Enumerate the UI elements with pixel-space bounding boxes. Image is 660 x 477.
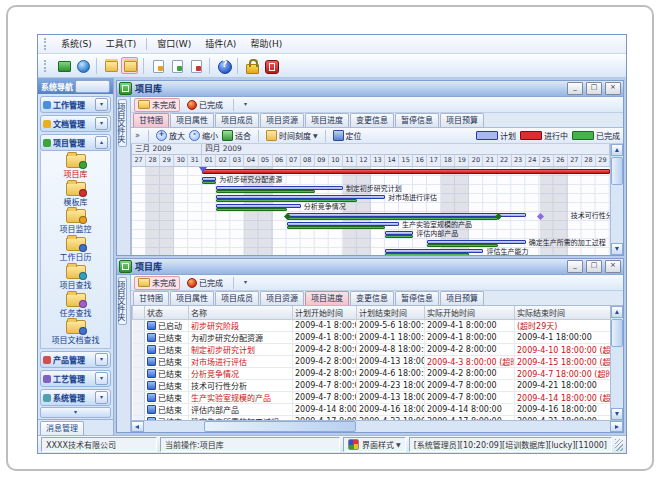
menu-item[interactable]: 工具(T): [99, 36, 144, 53]
sidebar-group-work[interactable]: 工作管理▾: [40, 96, 111, 113]
gantt-bar-inprogress[interactable]: [202, 169, 610, 174]
sidebar-item-template-library[interactable]: 模板库: [64, 182, 88, 207]
table-row[interactable]: 已结束评估内部产品2009-4-14 8:00:002009-4-16 18:0…: [133, 403, 611, 415]
menu-item[interactable]: 窗口(W): [150, 36, 198, 53]
gantt-bar-done[interactable]: [385, 235, 413, 238]
scroll-track[interactable]: [611, 348, 623, 408]
column-header[interactable]: 名称: [189, 306, 293, 319]
gantt-bar-done[interactable]: [427, 244, 497, 247]
filter-more-icon[interactable]: ▾: [240, 277, 251, 288]
gantt-bar-done[interactable]: [287, 226, 385, 229]
scroll-down-arrow[interactable]: [611, 243, 623, 255]
gantt-bar-done[interactable]: [216, 208, 286, 211]
gantt-bar-done[interactable]: [216, 190, 314, 193]
sidebar-group-product[interactable]: 产品管理▾: [40, 351, 111, 368]
gantt-bar-done[interactable]: [287, 217, 498, 220]
gantt-chart-body[interactable]: 为初步研究分配资源制定初步研究计划对市场进行评估分析竞争情况技术可行性分析生产实…: [132, 167, 610, 255]
tab-项目进度[interactable]: 项目进度: [305, 291, 349, 305]
scroll-thumb[interactable]: [611, 157, 623, 185]
tool-locate-button[interactable]: 定位: [333, 130, 362, 141]
tab-变更信息[interactable]: 变更信息: [350, 113, 394, 127]
table-row[interactable]: 已结束为初步研究分配资源2009-4-1 8:00:002009-4-1 18:…: [133, 331, 611, 343]
scroll-down-arrow[interactable]: [611, 408, 623, 420]
sidebar-item-work-calendar[interactable]: 工作日历: [60, 237, 92, 262]
tab-项目预算[interactable]: 项目预算: [440, 113, 484, 127]
table-row[interactable]: 已结束生产实验室规模的产品2009-4-7 8:00:002009-4-13 1…: [133, 391, 611, 403]
exit-icon[interactable]: [262, 57, 279, 74]
connect-icon[interactable]: [55, 57, 72, 74]
sidebar-item-project-monitor[interactable]: 项目监控: [60, 209, 92, 234]
report-icon[interactable]: [149, 57, 166, 74]
maximize-button[interactable]: □: [586, 260, 602, 273]
tab-暂停信息[interactable]: 暂停信息: [395, 291, 439, 305]
interface-style-button[interactable]: 界面样式 ▼: [343, 437, 406, 452]
table-vertical-scrollbar[interactable]: [610, 306, 623, 420]
table-row[interactable]: 已启动初步研究阶段2009-4-1 8:00:002009-5-6 18:00:…: [133, 319, 611, 331]
maximize-button[interactable]: □: [586, 82, 602, 95]
chevron-down-icon[interactable]: ▾: [95, 372, 108, 385]
folder-icon[interactable]: [102, 57, 119, 74]
column-header[interactable]: 状态: [145, 306, 189, 319]
tool-zoom-in-button[interactable]: 放大: [156, 130, 185, 141]
filter-未完成[interactable]: 未完成: [134, 98, 180, 112]
tool-timescale-button[interactable]: 时间刻度▼: [266, 130, 318, 141]
filter-more-icon[interactable]: ▾: [240, 99, 251, 110]
tool-fit-button[interactable]: 适合: [222, 130, 251, 141]
tab-项目资源[interactable]: 项目资源: [260, 291, 304, 305]
gantt-bar-done[interactable]: [216, 199, 357, 202]
column-header[interactable]: 实际结束时间: [515, 306, 611, 319]
chevron-down-icon[interactable]: ▾: [95, 117, 108, 130]
tool-zoom-out-button[interactable]: 缩小: [189, 130, 218, 141]
resize-grip[interactable]: [615, 439, 623, 451]
scroll-thumb[interactable]: [611, 319, 623, 347]
scroll-up-arrow[interactable]: [611, 144, 623, 156]
column-header[interactable]: 实际开始时间: [425, 306, 515, 319]
gantt-bar-done[interactable]: [202, 181, 216, 184]
tab-message-management[interactable]: 消息管理: [40, 421, 84, 435]
sidebar-item-project-library[interactable]: 项目库: [64, 154, 88, 179]
close-button[interactable]: ×: [605, 82, 621, 95]
minimize-button[interactable]: _: [567, 260, 583, 273]
tab-项目成员[interactable]: 项目成员: [215, 291, 259, 305]
scroll-left-arrow[interactable]: [131, 421, 144, 432]
tab-项目属性[interactable]: 项目属性: [170, 291, 214, 305]
tab-project-folder[interactable]: 项目文件夹: [118, 277, 127, 325]
menu-item[interactable]: 帮助(H): [243, 36, 289, 53]
sidebar-collapse-button[interactable]: ▾: [40, 407, 111, 418]
gantt-window-titlebar[interactable]: 项目库 _ □ ×: [117, 81, 623, 97]
chevron-down-icon[interactable]: ▾: [95, 353, 108, 366]
close-button[interactable]: ×: [605, 260, 621, 273]
table-row[interactable]: 已结束技术可行性分析2009-4-7 8:00:002009-4-23 18:0…: [133, 379, 611, 391]
sidebar-group-doc[interactable]: 文档管理▾: [40, 115, 111, 132]
sidebar-item-project-search[interactable]: 项目查找: [60, 265, 92, 290]
tab-暂停信息[interactable]: 暂停信息: [395, 113, 439, 127]
menu-item[interactable]: 插件(A): [198, 36, 243, 53]
minimize-button[interactable]: _: [567, 82, 583, 95]
tab-项目成员[interactable]: 项目成员: [215, 113, 259, 127]
chevron-up-icon[interactable]: ▴: [95, 136, 108, 149]
lock-icon[interactable]: [243, 57, 260, 74]
sidebar-group-craft[interactable]: 工艺管理▾: [40, 370, 111, 387]
report-remove-icon[interactable]: [187, 57, 204, 74]
menu-item[interactable]: 系统(S): [54, 36, 99, 53]
tab-项目属性[interactable]: 项目属性: [170, 113, 214, 127]
filter-已完成[interactable]: 已完成: [183, 98, 227, 112]
overflow-chevron-icon[interactable]: »: [134, 131, 141, 140]
filter-未完成[interactable]: 未完成: [134, 276, 180, 290]
tab-project-folder[interactable]: 项目文件夹: [118, 99, 127, 147]
gantt-vertical-scrollbar[interactable]: [610, 144, 623, 255]
table-horizontal-scrollbar[interactable]: [131, 420, 623, 432]
scroll-thumb[interactable]: [204, 421, 356, 432]
scroll-track[interactable]: [356, 421, 610, 432]
folder-open-icon[interactable]: [121, 57, 138, 74]
tab-甘特图[interactable]: 甘特图: [133, 113, 169, 127]
sidebar-item-task-search[interactable]: 任务查找: [60, 293, 92, 318]
sidebar-group-project[interactable]: 项目管理▴: [40, 134, 111, 151]
column-header[interactable]: 计划结束时间: [357, 306, 425, 319]
table-row[interactable]: 已结束对市场进行评估2009-4-2 8:00:002009-4-13 18:0…: [133, 355, 611, 367]
gantt-bar-done[interactable]: [385, 253, 469, 255]
chevron-down-icon[interactable]: ▾: [95, 391, 108, 404]
scroll-up-arrow[interactable]: [611, 306, 623, 318]
tab-甘特图[interactable]: 甘特图: [133, 291, 169, 305]
globe-icon[interactable]: [74, 57, 91, 74]
